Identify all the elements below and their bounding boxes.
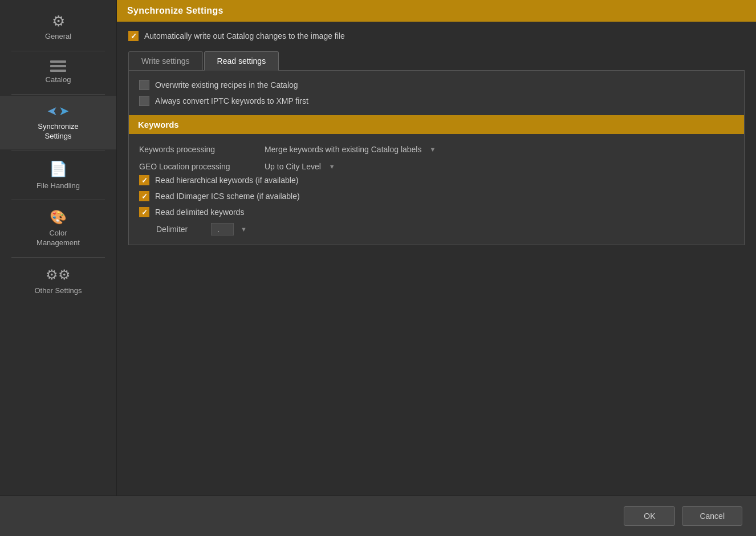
read-settings-panel: Overwrite existing recipes in the Catalo… [128,71,745,245]
delimited-keywords-checkbox[interactable] [139,207,149,217]
section-title: Synchronize Settings [117,0,756,22]
keywords-processing-row: Keywords processing Merge keywords with … [139,141,734,158]
keywords-section-title: Keywords [129,115,744,134]
hierarchical-keywords-label: Read hierarchical keywords (if available… [155,176,298,185]
auto-write-label: Automatically write out Catalog changes … [144,31,345,40]
sidebar-divider-2 [11,94,104,95]
sidebar-divider-1 [11,51,104,51]
delimiter-value: . [211,223,234,235]
convert-iptc-row: Always convert IPTC keywords to XMP firs… [139,96,734,106]
sidebar-item-general[interactable]: ⚙ General [0,6,116,50]
geo-processing-dropdown-arrow: ▼ [329,163,335,170]
idimager-ics-row: Read IDimager ICS scheme (if available) [139,191,734,201]
sidebar-label-catalog: Catalog [46,75,71,85]
footer: OK Cancel [0,496,756,536]
idimager-ics-label: Read IDimager ICS scheme (if available) [155,192,300,201]
sidebar-divider-3 [11,151,104,151]
ok-button[interactable]: OK [624,506,675,526]
sidebar-label-general: General [45,32,71,42]
geo-processing-value[interactable]: Up to City Level ▼ [265,162,734,171]
delimiter-label: Delimiter [156,225,208,234]
geo-processing-label: GEO Location processing [139,162,265,171]
sidebar-item-other-settings[interactable]: ⚙⚙ Other Settings [0,259,116,304]
double-gear-icon: ⚙⚙ [46,267,71,283]
main-content: Synchronize Settings Automatically write… [117,0,756,496]
gear-icon: ⚙ [52,14,65,29]
file-icon: 📄 [49,160,67,178]
convert-iptc-checkbox[interactable] [139,96,149,106]
lines-icon [50,60,66,72]
sidebar-label-file-handling: File Handling [36,181,80,191]
hierarchical-keywords-checkbox[interactable] [139,175,149,185]
sidebar-divider-4 [11,200,104,200]
keywords-content: Keywords processing Merge keywords with … [139,134,734,235]
geo-processing-row: GEO Location processing Up to City Level… [139,158,734,175]
content-inner: Automatically write out Catalog changes … [117,22,756,254]
keywords-processing-dropdown-arrow: ▼ [429,146,436,153]
hierarchical-keywords-row: Read hierarchical keywords (if available… [139,175,734,185]
sidebar-item-catalog[interactable]: Catalog [0,52,116,93]
sidebar: ⚙ General Catalog ➤ ➤ SynchronizeSetting… [0,0,117,496]
idimager-ics-checkbox[interactable] [139,191,149,201]
geo-processing-dropdown-value: Up to City Level [265,162,321,171]
auto-write-checkbox[interactable] [128,31,139,41]
keywords-processing-label: Keywords processing [139,145,265,154]
sidebar-label-other-settings: Other Settings [34,286,82,296]
sidebar-divider-5 [11,257,104,258]
delimited-keywords-row: Read delimited keywords [139,207,734,217]
convert-iptc-label: Always convert IPTC keywords to XMP firs… [155,96,308,105]
sync-arrows-icon: ➤ ➤ [47,104,69,119]
overwrite-recipes-checkbox[interactable] [139,80,149,90]
sidebar-item-file-handling[interactable]: 📄 File Handling [0,152,116,199]
cancel-button[interactable]: Cancel [682,506,742,526]
keywords-processing-dropdown-value: Merge keywords with existing Catalog lab… [265,145,421,154]
sidebar-label-color-management: ColorManagement [36,229,80,248]
delimiter-dropdown-arrow[interactable]: ▼ [241,226,247,233]
color-palette-icon: 🎨 [50,209,67,225]
tab-read-settings[interactable]: Read settings [204,51,279,71]
overwrite-recipes-label: Overwrite existing recipes in the Catalo… [155,80,298,90]
keywords-processing-value[interactable]: Merge keywords with existing Catalog lab… [265,145,734,154]
overwrite-recipes-row: Overwrite existing recipes in the Catalo… [139,80,734,90]
sidebar-item-synchronize[interactable]: ➤ ➤ SynchronizeSettings [0,96,116,149]
settings-tabs: Write settings Read settings [128,51,745,71]
delimited-keywords-label: Read delimited keywords [155,208,244,217]
tab-write-settings[interactable]: Write settings [128,51,203,70]
auto-write-row: Automatically write out Catalog changes … [128,31,745,41]
sidebar-item-color-management[interactable]: 🎨 ColorManagement [0,201,116,256]
delimiter-row: Delimiter . ▼ [156,223,734,235]
sidebar-label-synchronize: SynchronizeSettings [38,122,79,141]
